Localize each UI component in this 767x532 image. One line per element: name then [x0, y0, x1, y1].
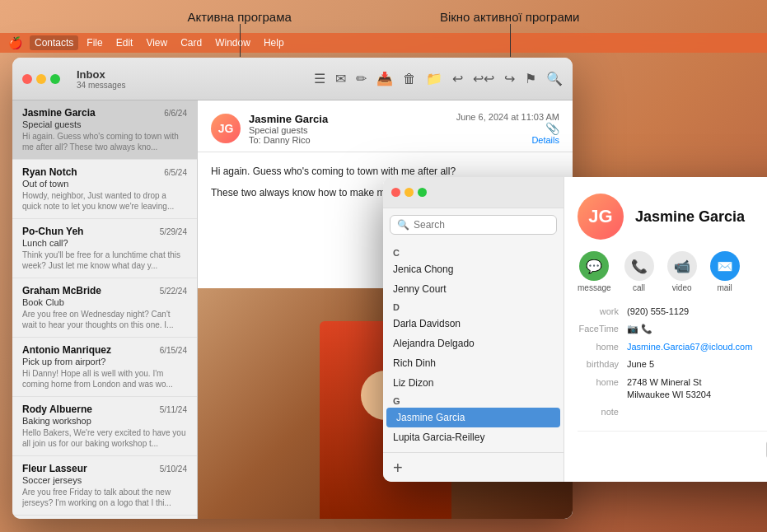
reply-all-icon[interactable]: ↩↩: [473, 71, 494, 86]
contacts-sidebar: 🔍 C Jenica Chong Jenny Court D Darla Dav…: [383, 177, 564, 482]
menu-edit[interactable]: Edit: [111, 35, 138, 50]
mail-list-item[interactable]: Fleur Lasseur 5/10/24 Soccer jerseys Are…: [12, 456, 197, 516]
contact-detail-header: JG Jasmine Garcia: [578, 194, 767, 240]
contact-list-item[interactable]: Lupita Garcia-Reilley: [383, 427, 564, 447]
content-subject: Special guests: [249, 125, 448, 135]
annotation-area: Активна програма Вікно активної програми: [0, 0, 767, 33]
menu-contacts[interactable]: Contacts: [30, 35, 78, 50]
contact-list-item[interactable]: Jenny Court: [383, 279, 564, 299]
contact-detail-footer: Edit ⬆: [578, 431, 767, 460]
section-header-g: G: [383, 393, 564, 408]
menu-card[interactable]: Card: [175, 35, 207, 50]
field-label-address: home: [578, 376, 627, 402]
compose-icon[interactable]: ✉: [335, 71, 346, 86]
sender-avatar: JG: [211, 114, 241, 143]
folder-icon[interactable]: 📁: [426, 71, 442, 86]
forward-icon[interactable]: ↪: [504, 71, 515, 86]
mail-preview: Howdy, neighbor, Just wanted to drop a q…: [22, 190, 187, 212]
close-button[interactable]: [22, 74, 32, 84]
mail-sidebar: Jasmine Garcia 6/6/24 Special guests Hi …: [12, 100, 198, 519]
menu-help[interactable]: Help: [259, 35, 289, 50]
contacts-close-button[interactable]: [391, 188, 400, 197]
active-app-annotation: Активна програма: [188, 10, 292, 24]
contacts-maximize-button[interactable]: [418, 188, 427, 197]
mail-subject: Special guests: [22, 119, 187, 129]
mail-sender: Ryan Notch: [22, 166, 77, 178]
search-icon[interactable]: 🔍: [546, 71, 563, 86]
mail-date: 5/29/24: [160, 227, 187, 236]
contacts-minimize-button[interactable]: [405, 188, 414, 197]
active-window-annotation: Вікно активної програми: [440, 10, 580, 24]
contact-list-item[interactable]: Rich Dinh: [383, 353, 564, 373]
contact-list-item[interactable]: Alejandra Delgado: [383, 334, 564, 353]
mail-preview: Are you free on Wednesday night? Can't w…: [22, 309, 187, 330]
mail-list-item[interactable]: Jasmine Garcia 6/6/24 Special guests Hi …: [12, 100, 197, 160]
call-action-button[interactable]: 📞 call: [624, 251, 654, 292]
field-value-facetime: 📷 📞: [627, 323, 767, 335]
flag-icon[interactable]: ⚑: [525, 71, 536, 86]
contacts-list: C Jenica Chong Jenny Court D Darla David…: [383, 241, 564, 452]
trash-icon[interactable]: 🗑: [403, 72, 416, 86]
field-value-birthday: June 5: [627, 358, 767, 371]
mail-sender: Rody Albuerne: [22, 404, 92, 415]
field-label-facetime: FaceTime: [578, 323, 627, 335]
contacts-search-bar[interactable]: 🔍: [390, 215, 557, 235]
contact-list-item[interactable]: Darla Davidson: [383, 314, 564, 334]
mail-list-item[interactable]: Rigo Rangel 6/8/24 Fun memories: [12, 516, 197, 519]
section-header-c: C: [383, 245, 564, 259]
message-action-button[interactable]: 💬 message: [578, 251, 611, 292]
video-icon: 📹: [667, 251, 697, 281]
mail-subject: Lunch call?: [22, 238, 187, 248]
contacts-window: 🔍 C Jenica Chong Jenny Court D Darla Dav…: [383, 177, 767, 482]
field-birthday: birthday June 5: [578, 358, 767, 371]
mail-sender: Po-Chun Yeh: [22, 226, 83, 237]
minimize-button[interactable]: [36, 74, 46, 84]
contact-list-item-selected[interactable]: Jasmine Garcia: [386, 408, 560, 427]
field-value-address: 2748 W Mineral StMilwaukee WI 53204: [627, 376, 767, 402]
mail-preview: Hi Danny! Hope all is well with you. I'm…: [22, 368, 187, 390]
mail-sender: Jasmine Garcia: [22, 107, 96, 119]
mail-date: 6/15/24: [160, 346, 187, 355]
mail-item-header: Jasmine Garcia 6/6/24: [22, 107, 187, 119]
search-input[interactable]: [414, 219, 550, 231]
mail-list-item[interactable]: Graham McBride 5/22/24 Book Club Are you…: [12, 278, 197, 338]
mail-content-sender-row: JG Jasmine Garcia Special guests To: Dan…: [211, 112, 559, 145]
details-link[interactable]: Details: [531, 135, 559, 145]
video-action-button[interactable]: 📹 video: [667, 251, 697, 292]
call-label: call: [633, 283, 645, 292]
contact-list-item[interactable]: Liz Dizon: [383, 373, 564, 393]
mail-list-item[interactable]: Po-Chun Yeh 5/29/24 Lunch call? Think yo…: [12, 219, 197, 278]
field-value-note: [627, 406, 767, 418]
add-contact-button[interactable]: +: [393, 460, 403, 476]
menu-window[interactable]: Window: [210, 35, 255, 50]
reply-icon[interactable]: ↩: [452, 71, 463, 86]
mail-action-button[interactable]: ✉️ mail: [710, 251, 740, 292]
mail-item-header: Rody Albuerne 5/11/24: [22, 404, 187, 415]
mail-date: 5/11/24: [160, 405, 187, 414]
apple-menu[interactable]: 🍎: [7, 35, 23, 51]
pencil-icon[interactable]: ✏: [356, 71, 367, 86]
archive-icon[interactable]: 📥: [376, 71, 393, 86]
field-label-email: home: [578, 341, 627, 353]
contacts-traffic-lights: [391, 188, 427, 197]
contact-list-item[interactable]: Jenica Chong: [383, 259, 564, 279]
mail-date: 5/10/24: [160, 464, 187, 474]
menu-file[interactable]: File: [82, 35, 107, 50]
content-to: To: Danny Rico: [249, 135, 448, 145]
mail-preview: Are you free Friday to talk about the ne…: [22, 487, 187, 508]
mail-list-item[interactable]: Rody Albuerne 5/11/24 Baking workshop He…: [12, 397, 197, 456]
content-sender-name: Jasmine Garcia: [249, 113, 448, 125]
contact-detail: JG Jasmine Garcia 💬 message 📞 call 📹 vid…: [564, 177, 767, 482]
mail-list-item[interactable]: Antonio Manriquez 6/15/24 Pick up from a…: [12, 338, 197, 397]
list-icon[interactable]: ☰: [314, 71, 325, 86]
menu-view[interactable]: View: [141, 35, 172, 50]
field-address: home 2748 W Mineral StMilwaukee WI 53204: [578, 376, 767, 402]
field-value-email[interactable]: Jasmine.Garcia67@icloud.com: [627, 341, 767, 353]
mail-toolbar: Inbox 34 messages ☰ ✉ ✏ 📥 🗑 📁 ↩ ↩↩ ↪ ⚑ 🔍: [12, 58, 573, 100]
section-header-d: D: [383, 299, 564, 314]
contact-fields: work (920) 555-1129 FaceTime 📷 📞 home Ja…: [578, 306, 767, 419]
maximize-button[interactable]: [50, 74, 60, 84]
mail-list-item[interactable]: Ryan Notch 6/5/24 Out of town Howdy, nei…: [12, 160, 197, 219]
field-label-birthday: birthday: [578, 358, 627, 371]
field-facetime: FaceTime 📷 📞: [578, 323, 767, 335]
